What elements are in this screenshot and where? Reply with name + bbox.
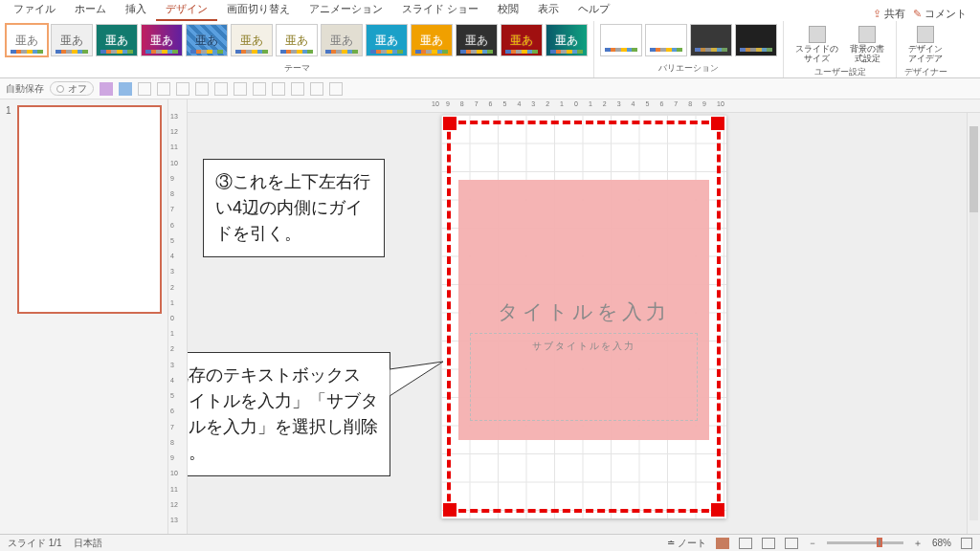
autosave-toggle[interactable]: オフ	[50, 81, 94, 96]
theme-swatch[interactable]: 亜あ	[276, 24, 318, 56]
qat-icon-8[interactable]	[234, 82, 247, 96]
design-idea-icon	[917, 26, 934, 43]
theme-swatch[interactable]: 亜あ	[546, 24, 588, 56]
zoom-in-button[interactable]: ＋	[913, 537, 923, 550]
callout-tail	[390, 360, 443, 402]
ribbon-group-variations: バリエーション	[594, 21, 784, 77]
ribbon-group-label: デザイナー	[902, 66, 948, 80]
vertical-scrollbar[interactable]	[967, 113, 980, 534]
annotation-callout-3: ③これを上下左右行い4辺の内側にガイドを引く。	[203, 159, 385, 257]
qat-icon-3[interactable]	[138, 82, 151, 96]
qat-icon-5[interactable]	[176, 82, 189, 96]
vertical-ruler: 13121110987654321012345678910111213	[168, 99, 188, 534]
ribbon-group-themes: 亜あ亜あ亜あ亜あ亜あ亜あ亜あ亜あ亜あ亜あ亜あ亜あ亜あ テーマ	[0, 21, 594, 77]
guide-corner	[443, 503, 457, 517]
tab-home[interactable]: ホーム	[65, 0, 116, 21]
slide-canvas-area[interactable]: タイトルを入力 サブタイトルを入力 ③これを上下左右行い4辺の内側にガイドを引く…	[188, 113, 980, 534]
title-placeholder[interactable]: タイトルを入力 サブタイトルを入力	[470, 298, 698, 421]
comment-button[interactable]: ✎コメント	[913, 7, 967, 21]
theme-swatch[interactable]: 亜あ	[96, 24, 138, 56]
slide-thumbnail[interactable]	[17, 105, 162, 314]
ribbon-group-label: テーマ	[6, 62, 588, 77]
qat-icon-2[interactable]	[119, 82, 132, 96]
status-bar: スライド 1/1 日本語 ≐ ノート － ＋ 68%	[0, 534, 980, 551]
view-normal-button[interactable]	[716, 538, 729, 549]
view-reading-button[interactable]	[762, 538, 775, 549]
theme-swatch[interactable]: 亜あ	[321, 24, 363, 56]
qat-icon-9[interactable]	[253, 82, 266, 96]
qat-icon-7[interactable]	[214, 82, 228, 96]
ribbon-tabbar: ファイル ホーム 挿入 デザイン 画面切り替え アニメーション スライド ショー…	[0, 0, 980, 21]
tab-help[interactable]: ヘルプ	[568, 0, 619, 21]
title-text: タイトルを入力	[470, 298, 698, 325]
variation-swatch[interactable]	[690, 24, 732, 56]
tab-file[interactable]: ファイル	[4, 0, 65, 21]
qat-icon-12[interactable]	[310, 82, 323, 96]
qat-icon-11[interactable]	[291, 82, 304, 96]
view-slideshow-button[interactable]	[785, 538, 798, 549]
zoom-slider[interactable]	[827, 541, 903, 544]
language-indicator[interactable]: 日本語	[74, 537, 102, 550]
theme-swatch[interactable]: 亜あ	[186, 24, 228, 56]
horizontal-ruler: 10987654321012345678910	[188, 99, 980, 113]
canvas-wrap: 10987654321012345678910 タイトルを入力 サブタイトルを入…	[188, 99, 980, 534]
autosave-label: 自動保存	[6, 82, 44, 96]
theme-swatch[interactable]: 亜あ	[411, 24, 453, 56]
tab-design[interactable]: デザイン	[156, 0, 217, 21]
zoom-out-button[interactable]: －	[808, 537, 817, 550]
slide[interactable]: タイトルを入力 サブタイトルを入力	[441, 115, 726, 518]
slide-counter: スライド 1/1	[8, 537, 62, 550]
qat-icon-10[interactable]	[272, 82, 285, 96]
theme-swatch[interactable]: 亜あ	[141, 24, 183, 56]
ribbon-group-label: ユーザー設定	[790, 66, 890, 80]
svg-marker-0	[390, 362, 443, 396]
theme-swatch[interactable]: 亜あ	[231, 24, 273, 56]
variation-swatch[interactable]	[735, 24, 777, 56]
variation-swatch[interactable]	[645, 24, 687, 56]
tab-review[interactable]: 校閲	[488, 0, 528, 21]
tab-animations[interactable]: アニメーション	[300, 0, 392, 21]
qat-icon-4[interactable]	[157, 82, 170, 96]
tab-view[interactable]: 表示	[528, 0, 568, 21]
background-format-icon	[858, 26, 876, 43]
tab-transitions[interactable]: 画面切り替え	[217, 0, 300, 21]
tab-insert[interactable]: 挿入	[116, 0, 156, 21]
variation-gallery	[600, 24, 777, 56]
theme-swatch[interactable]: 亜あ	[6, 24, 48, 56]
main-area: 1 13121110987654321012345678910111213 10…	[0, 99, 980, 534]
share-button[interactable]: ⇪共有	[873, 7, 905, 21]
variation-swatch[interactable]	[600, 24, 642, 56]
zoom-level[interactable]: 68%	[932, 538, 951, 548]
quick-access-toolbar: 自動保存 オフ	[0, 78, 980, 99]
slide-size-button[interactable]: スライドの サイズ	[790, 24, 844, 66]
guide-corner	[711, 117, 724, 130]
annotation-callout-4: ④既存のテキストボックス「タイトルを入力」「サブタイトルを入力」を選択し削除する…	[188, 352, 390, 476]
qat-icon-13[interactable]	[329, 82, 343, 96]
ribbon-group-user-settings: スライドの サイズ 背景の書 式設定 ユーザー設定	[784, 21, 897, 77]
fit-to-window-button[interactable]	[961, 538, 972, 549]
ribbon-group-label: バリエーション	[600, 62, 777, 77]
tab-slideshow[interactable]: スライド ショー	[392, 0, 488, 21]
qat-icon-1[interactable]	[100, 82, 113, 96]
design-idea-button[interactable]: デザイン アイデア	[902, 24, 948, 66]
notes-button[interactable]: ≐ ノート	[667, 537, 706, 550]
ribbon: 亜あ亜あ亜あ亜あ亜あ亜あ亜あ亜あ亜あ亜あ亜あ亜あ亜あ テーマ バリエーション ス…	[0, 21, 980, 78]
thumbnail-number: 1	[6, 105, 13, 314]
guide-corner	[711, 503, 724, 517]
theme-swatch[interactable]: 亜あ	[456, 24, 498, 56]
theme-swatch[interactable]: 亜あ	[501, 24, 543, 56]
qat-icon-6[interactable]	[195, 82, 209, 96]
theme-gallery: 亜あ亜あ亜あ亜あ亜あ亜あ亜あ亜あ亜あ亜あ亜あ亜あ亜あ	[6, 24, 588, 56]
view-sorter-button[interactable]	[739, 538, 752, 549]
subtitle-text: サブタイトルを入力	[470, 333, 698, 421]
guide-corner	[443, 117, 457, 130]
theme-swatch[interactable]: 亜あ	[51, 24, 93, 56]
theme-swatch[interactable]: 亜あ	[366, 24, 408, 56]
slide-size-icon	[809, 26, 826, 43]
background-format-button[interactable]: 背景の書 式設定	[844, 24, 890, 66]
ribbon-group-designer: デザイン アイデア デザイナー	[897, 21, 954, 77]
slide-thumbnail-panel: 1	[0, 99, 168, 534]
